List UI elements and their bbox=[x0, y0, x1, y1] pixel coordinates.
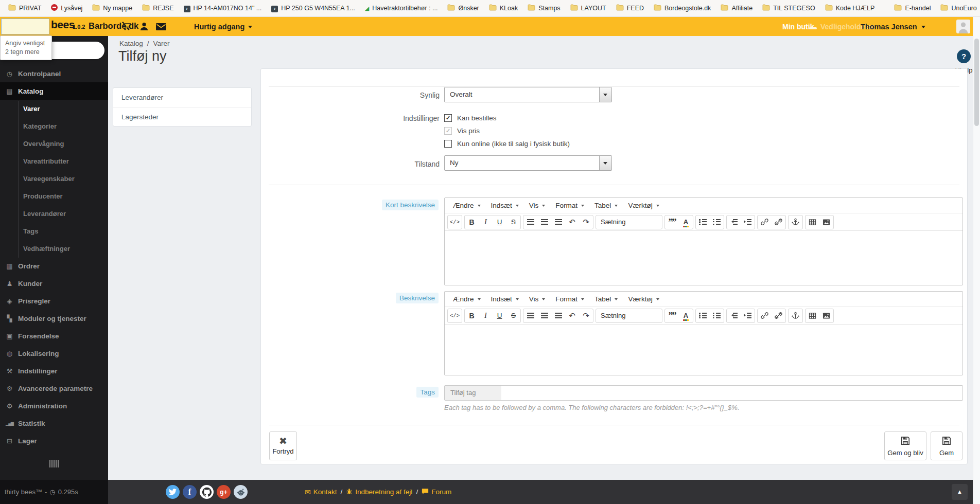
bookmark-item[interactable]: Stamps bbox=[528, 4, 560, 12]
sidebar-item-indstillinger[interactable]: ⚒Indstillinger bbox=[0, 362, 108, 380]
link-icon[interactable] bbox=[758, 216, 772, 228]
sidebar-item-vareegenskaber[interactable]: Vareegenskaber bbox=[0, 170, 108, 187]
tags-placeholder[interactable]: Tilføj tag bbox=[445, 386, 501, 400]
footer-link-kontakt[interactable]: ✉Kontakt bbox=[305, 488, 337, 496]
description-label[interactable]: Beskrivelse bbox=[396, 293, 439, 303]
table-icon[interactable] bbox=[806, 310, 819, 322]
sidebar-item-lokalisering[interactable]: ◍Lokalisering bbox=[0, 345, 108, 362]
align-left-icon[interactable] bbox=[523, 216, 537, 228]
bookmark-item[interactable]: Ny mappe bbox=[92, 4, 132, 12]
source-code-icon[interactable]: </> bbox=[448, 310, 462, 322]
checkbox-kan-bestilles[interactable]: ✓ bbox=[444, 114, 452, 122]
bookmark-item[interactable]: PRIVAT bbox=[8, 4, 41, 12]
table-icon[interactable] bbox=[806, 216, 819, 228]
undo-icon[interactable]: ↶ bbox=[565, 310, 579, 322]
sidebar-item-statistik[interactable]: ▁▄▆Statistik bbox=[0, 415, 108, 432]
collapse-handle-icon[interactable] bbox=[49, 460, 59, 467]
source-code-icon[interactable]: </> bbox=[448, 216, 462, 228]
checkbox-kun-online-ikke-til-salg-i-fysisk-butik-[interactable] bbox=[444, 140, 452, 148]
menu-vis[interactable]: Vis bbox=[524, 202, 551, 209]
format-select[interactable]: Sætning bbox=[596, 309, 662, 322]
bookmark-item[interactable]: Affiliate bbox=[721, 4, 752, 12]
align-left-icon[interactable] bbox=[523, 310, 537, 322]
sidebar-item-avancerede-parametre[interactable]: ⚙Avancerede parametre bbox=[0, 380, 108, 397]
menu-vis[interactable]: Vis bbox=[524, 295, 551, 303]
menu-værktøj[interactable]: Værktøj bbox=[623, 202, 664, 209]
align-right-icon[interactable] bbox=[551, 310, 565, 322]
indent-icon[interactable] bbox=[741, 310, 755, 322]
menu-indsæt[interactable]: Indsæt bbox=[486, 202, 524, 209]
bold-icon[interactable]: B bbox=[465, 310, 479, 322]
bold-icon[interactable]: B bbox=[465, 216, 479, 228]
sidebar-item-kunder[interactable]: ♟Kunder bbox=[0, 275, 108, 292]
bookmark-item[interactable]: ›HP 250 G5 W4N55EA 1... bbox=[271, 5, 355, 12]
blockquote-icon[interactable]: ”” bbox=[665, 216, 679, 228]
redo-icon[interactable]: ↷ bbox=[579, 310, 593, 322]
sidebar-item-tags[interactable]: Tags bbox=[0, 222, 108, 240]
outdent-icon[interactable] bbox=[727, 216, 741, 228]
menu-ændre[interactable]: Ændre bbox=[448, 295, 486, 303]
quick-access-menu[interactable]: Hurtig adgang bbox=[194, 23, 252, 31]
unlink-icon[interactable] bbox=[772, 216, 785, 228]
short-description-editor[interactable]: ÆndreIndsætVisFormatTabelVærktøj</>BIUS↶… bbox=[444, 197, 963, 285]
github-icon[interactable] bbox=[200, 485, 214, 499]
outdent-icon[interactable] bbox=[727, 310, 741, 322]
sidebar-item-ordrer[interactable]: ▦Ordrer bbox=[0, 257, 108, 275]
align-center-icon[interactable] bbox=[537, 216, 551, 228]
scrollbar[interactable] bbox=[973, 17, 980, 504]
sidebar-item-leverand-rer[interactable]: Leverandører bbox=[0, 205, 108, 222]
save-button[interactable]: Gem bbox=[931, 431, 962, 460]
italic-icon[interactable]: I bbox=[479, 216, 493, 228]
bookmark-item[interactable]: ›HP 14-AM017NO 14" ... bbox=[184, 5, 262, 12]
sidebar-item-varer[interactable]: Varer bbox=[0, 100, 108, 117]
bullet-list-icon[interactable] bbox=[696, 216, 710, 228]
sidebar-item-kontrolpanel[interactable]: ◷Kontrolpanel bbox=[0, 65, 108, 82]
sidebar-item-producenter[interactable]: Producenter bbox=[0, 187, 108, 205]
avatar[interactable] bbox=[956, 20, 970, 35]
customer-icon[interactable] bbox=[140, 22, 148, 33]
scrollbar-thumb[interactable] bbox=[974, 39, 979, 126]
sidebar-item-kategorier[interactable]: Kategorier bbox=[0, 117, 108, 135]
save-and-stay-button[interactable]: Gem og bliv bbox=[884, 431, 926, 460]
align-center-icon[interactable] bbox=[537, 310, 551, 322]
condition-select[interactable]: Ny bbox=[444, 155, 612, 171]
indent-icon[interactable] bbox=[741, 216, 755, 228]
sidebar-item-prisregler[interactable]: ◈Prisregler bbox=[0, 292, 108, 310]
sidebar-item-administration[interactable]: ⚙Administration bbox=[0, 397, 108, 415]
breadcrumb-katalog[interactable]: Katalog bbox=[119, 40, 143, 47]
bookmark-item[interactable]: Ønsker bbox=[447, 4, 479, 12]
redo-icon[interactable]: ↷ bbox=[579, 216, 593, 228]
bookmark-item[interactable]: Bordeogstole.dk bbox=[654, 4, 711, 12]
numbered-list-icon[interactable] bbox=[710, 216, 724, 228]
bookmark-item[interactable]: Lysåvej bbox=[51, 4, 82, 12]
visibility-select[interactable]: Overalt bbox=[444, 87, 612, 102]
cart-icon[interactable] bbox=[121, 22, 132, 33]
sidebar-item-forsendelse[interactable]: ▣Forsendelse bbox=[0, 327, 108, 345]
bookmark-item[interactable]: E-handel bbox=[894, 4, 931, 12]
subnav-item-lagersteder[interactable]: Lagersteder bbox=[113, 107, 251, 127]
cancel-button[interactable]: ✖ Fortryd bbox=[269, 431, 297, 460]
sidebar-item-vedh-ftninger[interactable]: Vedhæftninger bbox=[0, 240, 108, 257]
twitter-icon[interactable] bbox=[166, 485, 180, 499]
menu-indsæt[interactable]: Indsæt bbox=[486, 295, 524, 303]
footer-link-forum[interactable]: Forum bbox=[422, 488, 451, 496]
description-editor[interactable]: ÆndreIndsætVisFormatTabelVærktøj</>BIUS↶… bbox=[444, 291, 963, 375]
text-color-icon[interactable]: A bbox=[679, 216, 693, 228]
my-shop-link[interactable]: Min butik bbox=[782, 23, 814, 31]
anchor-icon[interactable] bbox=[789, 216, 802, 228]
bookmark-item[interactable]: LAYOUT bbox=[570, 4, 606, 12]
sidebar-item-overv-gning[interactable]: Overvågning bbox=[0, 135, 108, 152]
format-select[interactable]: Sætning bbox=[596, 215, 662, 229]
numbered-list-icon[interactable] bbox=[710, 310, 724, 322]
strikethrough-icon[interactable]: S bbox=[506, 310, 520, 322]
strikethrough-icon[interactable]: S bbox=[506, 216, 520, 228]
short-description-label[interactable]: Kort beskrivelse bbox=[382, 200, 439, 210]
footer-link-indberetning-af-fejl[interactable]: Indberetning af fejl bbox=[346, 488, 412, 496]
bookmark-item[interactable]: Kode HJÆLP bbox=[825, 4, 875, 12]
help-icon[interactable]: ? bbox=[957, 49, 971, 63]
bookmark-item[interactable]: UnoEuro bbox=[940, 4, 976, 12]
link-icon[interactable] bbox=[758, 310, 772, 322]
tags-input[interactable]: Tilføj tag bbox=[444, 385, 963, 401]
breadcrumb-varer[interactable]: Varer bbox=[153, 40, 170, 47]
back-to-top-button[interactable]: ▲ bbox=[952, 484, 968, 500]
